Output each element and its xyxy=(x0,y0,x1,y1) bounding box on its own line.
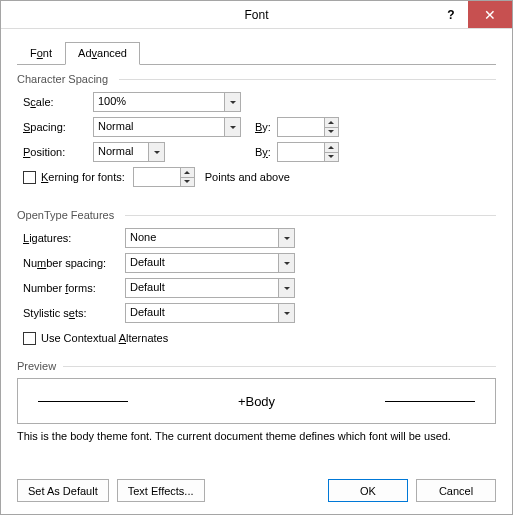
position-label: Position: xyxy=(23,146,93,158)
preview-description: This is the body theme font. The current… xyxy=(17,430,496,442)
numforms-combo[interactable]: Default xyxy=(125,278,295,298)
position-by-spinner[interactable] xyxy=(277,142,339,162)
spacing-combo[interactable]: Normal xyxy=(93,117,241,137)
kerning-checkbox[interactable] xyxy=(23,171,36,184)
stylsets-combo[interactable]: Default xyxy=(125,303,295,323)
group-character-spacing: Character Spacing xyxy=(17,73,496,85)
chevron-down-icon xyxy=(278,304,294,322)
preview-line-right xyxy=(385,401,475,402)
chevron-down-icon xyxy=(278,254,294,272)
spacing-by-label: By: xyxy=(255,121,271,133)
preview-box: +Body xyxy=(17,378,496,424)
kerning-label: Kerning for fonts: xyxy=(41,171,125,183)
chevron-down-icon xyxy=(148,143,164,161)
preview-line-left xyxy=(38,401,128,402)
position-combo[interactable]: Normal xyxy=(93,142,165,162)
numspacing-label: Number spacing: xyxy=(23,257,125,269)
tab-font[interactable]: Font xyxy=(17,42,65,65)
tab-advanced[interactable]: Advanced xyxy=(65,42,140,65)
close-icon: ✕ xyxy=(484,7,496,23)
scale-label: Scale: xyxy=(23,96,93,108)
ligatures-label: Ligatures: xyxy=(23,232,125,244)
stylsets-label: Stylistic sets: xyxy=(23,307,125,319)
scale-combo[interactable]: 100% xyxy=(93,92,241,112)
spacing-label: Spacing: xyxy=(23,121,93,133)
ligatures-combo[interactable]: None xyxy=(125,228,295,248)
kerning-unit-label: Points and above xyxy=(205,171,290,183)
close-button[interactable]: ✕ xyxy=(468,1,512,28)
tab-strip: Font Advanced xyxy=(17,41,496,65)
group-opentype: OpenType Features xyxy=(17,209,496,221)
contextual-checkbox[interactable] xyxy=(23,332,36,345)
cancel-button[interactable]: Cancel xyxy=(416,479,496,502)
chevron-down-icon xyxy=(278,279,294,297)
font-dialog: Font ? ✕ Font Advanced Character Spacing… xyxy=(0,0,513,515)
dialog-title: Font xyxy=(244,8,268,22)
chevron-down-icon xyxy=(224,118,240,136)
spacing-by-spinner[interactable] xyxy=(277,117,339,137)
preview-text: +Body xyxy=(238,394,275,409)
text-effects-button[interactable]: Text Effects... xyxy=(117,479,205,502)
ok-button[interactable]: OK xyxy=(328,479,408,502)
position-by-label: By: xyxy=(255,146,271,158)
chevron-down-icon xyxy=(224,93,240,111)
contextual-label: Use Contextual Alternates xyxy=(41,332,168,344)
numforms-label: Number forms: xyxy=(23,282,125,294)
kerning-spinner[interactable] xyxy=(133,167,195,187)
titlebar: Font ? ✕ xyxy=(1,1,512,29)
numspacing-combo[interactable]: Default xyxy=(125,253,295,273)
chevron-down-icon xyxy=(278,229,294,247)
help-icon: ? xyxy=(447,8,454,22)
set-default-button[interactable]: Set As Default xyxy=(17,479,109,502)
help-button[interactable]: ? xyxy=(434,1,468,28)
group-preview: Preview xyxy=(17,360,496,372)
